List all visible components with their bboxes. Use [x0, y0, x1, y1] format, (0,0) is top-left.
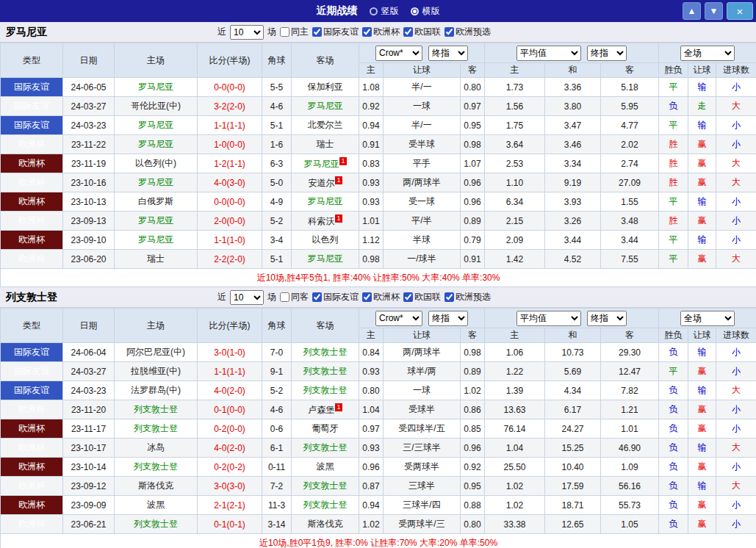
odds-home: 0.93 [359, 362, 384, 381]
comp-filter-nationsleague[interactable]: 欧国联 [403, 291, 441, 303]
comp-filter-euroqual[interactable]: 欧洲预选 [444, 26, 491, 38]
comp-filter-friendly[interactable]: 国际友谊 [312, 26, 359, 38]
nationsleague-checkbox[interactable] [403, 292, 413, 302]
same-venue-checkbox[interactable] [280, 292, 289, 302]
odds-home: 1.04 [359, 400, 384, 419]
home-team-name: 法罗群岛(中) [131, 385, 181, 395]
avg-draw-odds: 4.34 [545, 381, 601, 400]
rounds-select[interactable]: 10 [230, 25, 264, 40]
friendly-checkbox[interactable] [312, 27, 322, 37]
same-venue-filter[interactable]: 同客 [280, 291, 309, 303]
games-label: 场 [267, 291, 276, 303]
match-date: 23-09-12 [63, 477, 115, 496]
euroqual-checkbox[interactable] [444, 292, 454, 302]
league-type-cell: 欧洲杯 [1, 515, 63, 534]
away-team-cell: 斯洛伐克 [292, 515, 359, 534]
move-up-button[interactable]: ▲ [683, 2, 701, 20]
away-team-name: 波黑 [317, 461, 334, 472]
layout-radio-vertical[interactable]: 竖版 [370, 5, 399, 18]
rounds-select[interactable]: 10 [230, 290, 264, 305]
avg-away-odds: 3.48 [601, 212, 659, 231]
match-result: 负 [659, 419, 688, 439]
away-team-cell: 北爱尔兰 [292, 116, 359, 135]
avg-away-odds: 7.55 [601, 250, 659, 269]
match-row: 欧洲杯 23-09-10 罗马尼亚 1-1(1-0) 3-4 以色列 1.12 … [1, 231, 756, 250]
match-result: 平 [659, 231, 688, 250]
comp-filter-euroqual[interactable]: 欧洲预选 [444, 291, 491, 303]
sub-result: 胜负 [659, 63, 688, 78]
home-team-cell: 以色列(中) [115, 154, 198, 173]
match-date: 23-09-09 [63, 496, 115, 515]
away-team-name: 列支敦士登 [303, 366, 348, 376]
match-date: 23-10-16 [63, 173, 115, 192]
home-team-name: 拉脱维亚(中) [131, 366, 181, 376]
average-select[interactable]: 平均值 [516, 46, 581, 61]
comp-filter-friendly[interactable]: 国际友谊 [312, 291, 359, 303]
corner-cell: 7-2 [262, 477, 292, 496]
eurocup-checkbox[interactable] [362, 292, 372, 302]
handicap-line: 受半球 [384, 135, 461, 154]
away-team-name: 瑞士 [317, 139, 334, 149]
match-date: 23-06-20 [63, 250, 115, 269]
same-venue-checkbox[interactable] [280, 27, 289, 37]
average-select[interactable]: 平均值 [516, 311, 581, 326]
match-row: 欧洲杯 23-10-14 列支敦士登 0-2(0-2) 0-11 波黑 0.96… [1, 458, 756, 477]
away-team-cell: 列支敦士登 [292, 496, 359, 515]
radio-label: 竖版 [381, 5, 399, 18]
layout-radio-horizontal[interactable]: 横版 [411, 5, 440, 18]
col-away: 客场 [292, 309, 359, 343]
away-team-cell: 罗马尼亚 [292, 97, 359, 116]
home-team-cell: 列支敦士登 [115, 419, 198, 439]
close-button[interactable]: × [727, 2, 753, 20]
away-team-cell: 安道尔1 [292, 173, 359, 192]
avg-away-odds: 1.55 [601, 192, 659, 212]
avg-draw-odds: 24.27 [545, 419, 601, 439]
match-result: 平 [659, 250, 688, 269]
odds-home: 0.98 [359, 250, 384, 269]
move-down-button[interactable]: ▼ [705, 2, 723, 20]
home-team-cell: 列支敦士登 [115, 515, 198, 534]
scope-select[interactable]: 全场 [680, 311, 735, 326]
comp-filter-eurocup[interactable]: 欧洲杯 [362, 26, 400, 38]
sub-avg-draw: 和 [545, 328, 601, 343]
handicap-result: 赢 [688, 515, 716, 534]
corner-cell: 5-2 [262, 212, 292, 231]
nationsleague-checkbox[interactable] [403, 27, 413, 37]
match-date: 23-10-17 [63, 439, 115, 458]
odds-stage-select[interactable]: 终指 [428, 46, 468, 61]
odds-away: 0.95 [461, 477, 485, 496]
home-team-cell: 冰岛 [115, 439, 198, 458]
corner-cell: 4-6 [262, 400, 292, 419]
home-team-cell: 罗马尼亚 [115, 135, 198, 154]
col-date: 日期 [63, 309, 115, 343]
avg-stage-select[interactable]: 终指 [587, 46, 627, 61]
comp-filter-eurocup[interactable]: 欧洲杯 [362, 291, 400, 303]
avg-draw-odds: 17.59 [545, 477, 601, 496]
same-venue-filter[interactable]: 同主 [280, 26, 309, 38]
liechtenstein-rows: 国际友谊 24-06-04 阿尔巴尼亚(中) 3-0(1-0) 7-0 列支敦士… [1, 343, 756, 534]
home-team-cell: 罗马尼亚 [115, 116, 198, 135]
odds-away: 0.85 [461, 419, 485, 439]
odds-away: 0.98 [461, 135, 485, 154]
bookmaker-select[interactable]: Crow* [375, 311, 422, 326]
home-team-name: 列支敦士登 [134, 461, 178, 472]
red-card-badge: 1 [335, 403, 342, 411]
comp-filter-nationsleague[interactable]: 欧国联 [403, 26, 441, 38]
friendly-checkbox[interactable] [312, 292, 322, 302]
goals-result: 小 [716, 458, 756, 477]
bookmaker-select[interactable]: Crow* [375, 46, 422, 61]
handicap-line: 受两球半 [384, 458, 461, 477]
euroqual-checkbox[interactable] [444, 27, 454, 37]
match-row: 国际友谊 24-03-27 拉脱维亚(中) 1-1(1-1) 9-1 列支敦士登… [1, 362, 756, 381]
checkbox-label: 欧洲杯 [373, 26, 400, 38]
odds-stage-select[interactable]: 终指 [428, 311, 468, 326]
filter-controls: 近 10 场 同客 国际友谊 欧洲杯 欧国联 欧洲预选 [217, 290, 491, 305]
match-result: 胜 [659, 135, 688, 154]
avg-stage-select[interactable]: 终指 [587, 311, 627, 326]
match-result: 负 [659, 515, 688, 534]
eurocup-checkbox[interactable] [362, 27, 372, 37]
scope-select[interactable]: 全场 [680, 46, 735, 61]
odds-away: 0.98 [461, 343, 485, 362]
score-cell: 1-2(1-1) [198, 154, 262, 173]
goals-result: 小 [716, 212, 756, 231]
